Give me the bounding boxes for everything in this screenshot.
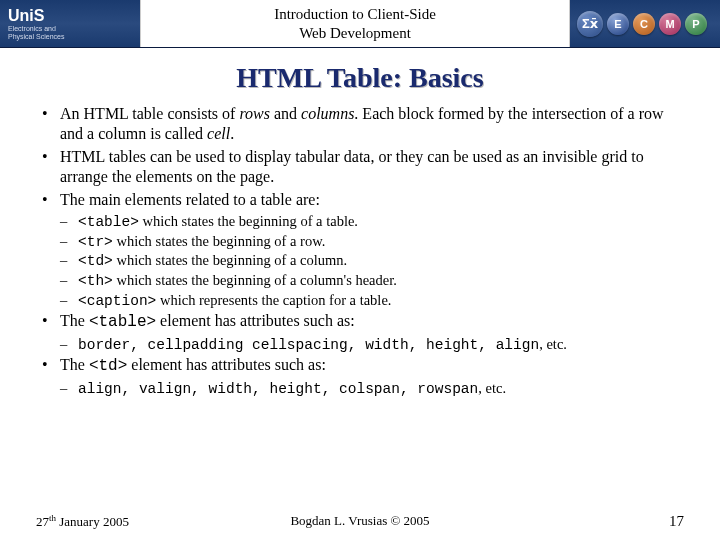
e-badge-icon: E bbox=[607, 13, 629, 35]
sub-2: <tr> which states the beginning of a row… bbox=[60, 232, 684, 252]
unis-sub2: Physical Sciences bbox=[8, 33, 140, 41]
footer-author: Bogdan L. Vrusias © 2005 bbox=[0, 513, 720, 529]
course-title-line1: Introduction to Client-Side bbox=[274, 6, 436, 22]
main-bullet-list-3: The <td> element has attributes such as: bbox=[36, 355, 684, 376]
footer: Bogdan L. Vrusias © 2005 27th January 20… bbox=[0, 513, 720, 530]
course-title-line2: Web Development bbox=[299, 25, 411, 41]
header-title-wrap: Introduction to Client-Side Web Developm… bbox=[140, 0, 570, 47]
logo-block: UniS Electronics and Physical Sciences bbox=[0, 0, 140, 47]
sub-1: <table> which states the beginning of a … bbox=[60, 212, 684, 232]
sub-list-elements: <table> which states the beginning of a … bbox=[36, 212, 684, 310]
sub-7: align, valign, width, height, colspan, r… bbox=[60, 379, 684, 399]
bullet-2: HTML tables can be used to display tabul… bbox=[40, 147, 684, 188]
c-badge-icon: C bbox=[633, 13, 655, 35]
sub-3: <td> which states the beginning of a col… bbox=[60, 251, 684, 271]
main-bullet-list-2: The <table> element has attributes such … bbox=[36, 311, 684, 332]
bullet-1: An HTML table consists of rows and colum… bbox=[40, 104, 684, 145]
sub-6: border, cellpadding cellspacing, width, … bbox=[60, 335, 684, 355]
course-title: Introduction to Client-Side Web Developm… bbox=[274, 5, 436, 43]
unis-logo: UniS bbox=[8, 7, 140, 25]
sigma-badge-icon: Σx̄ bbox=[577, 11, 603, 37]
sub-list-td-attrs: align, valign, width, height, colspan, r… bbox=[36, 379, 684, 399]
m-badge-icon: M bbox=[659, 13, 681, 35]
unis-sub1: Electronics and bbox=[8, 25, 140, 33]
badge-row: Σx̄ E C M P bbox=[570, 0, 720, 47]
bullet-5: The <td> element has attributes such as: bbox=[40, 355, 684, 376]
header-bar: UniS Electronics and Physical Sciences I… bbox=[0, 0, 720, 48]
slide-title: HTML Table: Basics bbox=[0, 62, 720, 94]
bullet-3: The main elements related to a table are… bbox=[40, 190, 684, 210]
p-badge-icon: P bbox=[685, 13, 707, 35]
sub-5: <caption> which represents the caption f… bbox=[60, 291, 684, 311]
bullet-4: The <table> element has attributes such … bbox=[40, 311, 684, 332]
sub-4: <th> which states the beginning of a col… bbox=[60, 271, 684, 291]
slide-content: An HTML table consists of rows and colum… bbox=[0, 104, 720, 398]
sub-list-table-attrs: border, cellpadding cellspacing, width, … bbox=[36, 335, 684, 355]
main-bullet-list: An HTML table consists of rows and colum… bbox=[36, 104, 684, 210]
